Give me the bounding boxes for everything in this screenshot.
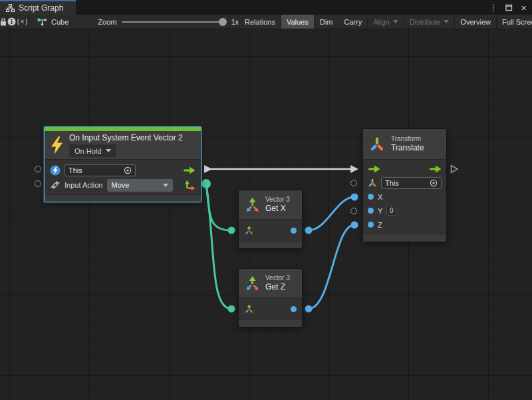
wire-flow-start-arrow <box>204 165 212 173</box>
input-action-value: Move <box>112 181 130 189</box>
vector3-icon <box>244 197 261 213</box>
port-row-value <box>244 301 297 317</box>
node-vector3-get-z[interactable]: Vector 3 Get Z <box>238 268 303 327</box>
tab-label: Script Graph <box>19 3 63 13</box>
port-dot-getx-input[interactable] <box>228 227 235 234</box>
window-titlebar: Script Graph ⋮ × <box>0 0 532 15</box>
port-dot-getz-input[interactable] <box>228 305 235 313</box>
event-mode-dropdown[interactable]: On Hold <box>69 144 116 157</box>
port-row-input-action: Input Action Move <box>50 178 196 192</box>
event-this-value: This <box>68 166 82 174</box>
vector3-mini-icon[interactable] <box>244 304 254 313</box>
translate-this-field[interactable]: This <box>381 177 442 189</box>
wire-getz-to-translate-z[interactable] <box>309 225 354 309</box>
relations-button[interactable]: Relations <box>239 15 281 29</box>
flow-output-arrow-icon[interactable] <box>429 165 442 173</box>
values-button[interactable]: Values <box>281 15 314 29</box>
zoom-slider-handle[interactable] <box>219 18 227 26</box>
graph-canvas[interactable]: On Input System Event Vector 2 On Hold T… <box>0 29 532 400</box>
toolbar-buttons: Relations Values Dim Carry Align Distrib… <box>239 15 532 29</box>
value-port-dot[interactable] <box>368 222 374 228</box>
object-picker-icon[interactable] <box>430 179 438 187</box>
kebab-menu-icon[interactable]: ⋮ <box>489 3 497 12</box>
node-category: Vector 3 <box>265 274 290 282</box>
script-graph-icon <box>6 4 15 12</box>
dim-button[interactable]: Dim <box>314 15 338 29</box>
zoom-label: Zoom <box>98 18 116 26</box>
lock-button[interactable] <box>0 15 7 29</box>
port-ring-translate-y[interactable] <box>350 208 357 214</box>
overview-button[interactable]: Overview <box>454 15 496 29</box>
zoom-value: 1x <box>231 18 239 26</box>
fullscreen-button[interactable]: Full Screen <box>496 15 532 29</box>
port-ring-event-input-action[interactable] <box>35 180 41 187</box>
port-row-this: This <box>50 163 196 178</box>
code-preview-toggle[interactable]: ⟨×⟩ <box>17 15 29 29</box>
breadcrumb[interactable]: Cube <box>29 15 75 29</box>
port-dot-translate-z-input[interactable] <box>351 222 358 229</box>
lock-icon <box>0 18 7 26</box>
port-ring-event-this[interactable] <box>35 166 41 172</box>
graph-toolbar: ⟨×⟩ Cube Zoom 1x Relations Values Dim Ca… <box>0 15 532 29</box>
node-on-input-system-event[interactable]: On Input System Event Vector 2 On Hold T… <box>44 126 201 202</box>
align-dropdown[interactable]: Align <box>367 15 403 29</box>
value-output-dot[interactable] <box>291 306 297 312</box>
node-footer <box>363 234 446 242</box>
vector3-mini-icon[interactable] <box>244 226 254 235</box>
breadcrumb-label: Cube <box>51 18 68 26</box>
chevron-down-icon <box>163 184 168 187</box>
object-picker-icon[interactable] <box>124 166 132 174</box>
tab-script-graph[interactable]: Script Graph <box>0 0 76 15</box>
close-icon[interactable]: × <box>521 3 527 13</box>
node-title: On Input System Event Vector 2 <box>69 133 183 143</box>
port-ring-translate-this[interactable] <box>350 180 357 186</box>
flow-outlet-triangle[interactable] <box>450 164 459 174</box>
event-mode-value: On Hold <box>74 147 101 155</box>
node-title: Translate <box>391 143 424 153</box>
x-port-label: X <box>378 193 382 201</box>
port-row-x: X <box>368 190 442 204</box>
value-port-dot[interactable] <box>368 208 374 214</box>
node-footer <box>239 241 302 248</box>
event-this-field[interactable]: This <box>65 164 136 176</box>
graph-node-icon <box>37 18 47 26</box>
value-output-dot[interactable] <box>291 228 297 234</box>
y-value-field[interactable]: 0 <box>386 206 396 216</box>
chevron-down-icon <box>393 20 398 23</box>
relations-label: Relations <box>245 18 275 26</box>
wire-getx-to-translate-x[interactable] <box>309 197 354 230</box>
dim-label: Dim <box>320 18 333 26</box>
port-dot-getz-output[interactable] <box>305 305 313 313</box>
wire-vector2-to-getz[interactable] <box>206 184 231 309</box>
carry-button[interactable]: Carry <box>338 15 367 29</box>
port-dot-getx-output[interactable] <box>305 227 313 234</box>
zoom-slider[interactable] <box>122 21 225 23</box>
port-dot-vector2-output[interactable] <box>201 179 211 188</box>
port-row-flow <box>368 162 442 176</box>
node-vector3-get-x[interactable]: Vector 3 Get X <box>238 190 303 249</box>
chevron-down-icon <box>444 20 449 23</box>
info-icon <box>7 17 16 26</box>
flow-output-arrow-icon[interactable] <box>183 166 196 174</box>
wire-flow-end-arrow <box>350 165 358 173</box>
node-title: Get Z <box>265 282 290 292</box>
gameobject-event-icon <box>50 165 61 176</box>
info-button[interactable] <box>7 15 17 29</box>
distribute-label: Distribute <box>410 18 440 26</box>
maximize-icon[interactable] <box>505 4 513 11</box>
values-label: Values <box>287 18 309 26</box>
transform-icon <box>369 136 385 152</box>
input-action-dropdown[interactable]: Move <box>107 179 173 192</box>
port-dot-translate-x-input[interactable] <box>351 194 358 201</box>
node-transform-translate[interactable]: Transform Translate <box>362 128 447 242</box>
value-port-dot[interactable] <box>368 194 374 200</box>
port-row-this: This <box>368 176 442 190</box>
distribute-dropdown[interactable]: Distribute <box>404 15 454 29</box>
overview-label: Overview <box>460 18 491 26</box>
vector2-output-icon[interactable] <box>184 180 196 190</box>
window-controls: ⋮ × <box>489 0 527 15</box>
zoom-control: Zoom 1x <box>98 15 239 29</box>
node-title: Get X <box>265 204 290 214</box>
port-row-z: Z <box>368 218 442 232</box>
flow-input-arrow-icon[interactable] <box>368 165 380 173</box>
